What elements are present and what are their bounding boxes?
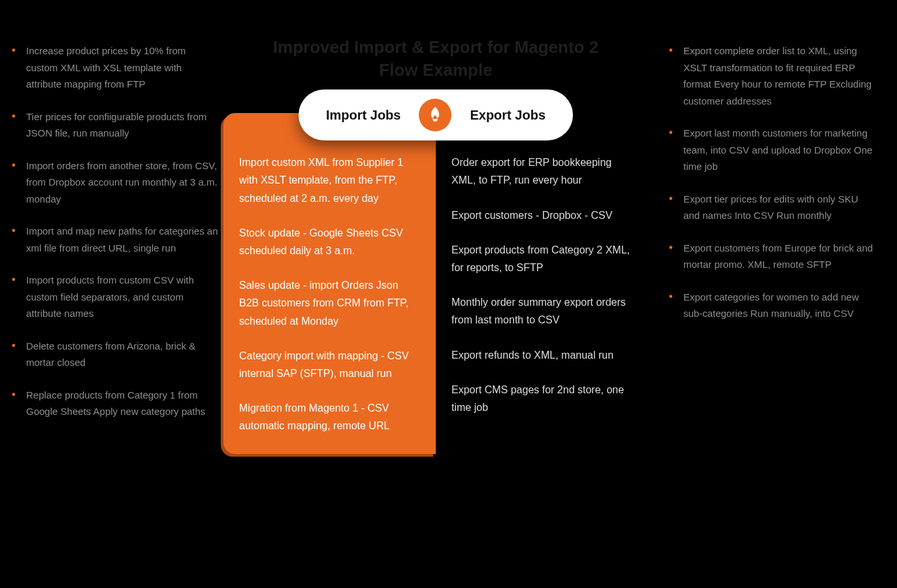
- firebear-icon: [419, 99, 451, 131]
- export-job-item: Export customers - Dropbox - CSV: [451, 206, 632, 224]
- use-case-item: Export complete order list to XML, using…: [668, 42, 877, 109]
- use-case-item: Import products from custom CSV with cus…: [10, 272, 220, 322]
- jobs-pill: Import Jobs Export Jobs: [299, 90, 573, 140]
- right-use-cases: Export complete order list to XML, using…: [648, 36, 881, 568]
- use-case-item: Delete customers from Arizona, brick & m…: [10, 338, 220, 371]
- use-case-item: Export categories for women to add new s…: [668, 289, 877, 322]
- title-line-1: Improved Import & Export for Magento 2: [223, 36, 648, 59]
- use-case-item: Export tier prices for edits with only S…: [668, 191, 877, 224]
- title-line-2: Flow Example: [223, 59, 648, 82]
- use-case-item: Replace products from Category 1 from Go…: [10, 387, 220, 420]
- export-job-item: Order export for ERP bookkeeping XML, to…: [451, 154, 632, 189]
- export-jobs-column: Order export for ERP bookkeeping XML, to…: [436, 113, 648, 454]
- export-job-item: Export CMS pages for 2nd store, one time…: [451, 381, 632, 416]
- left-use-cases: Increase product prices by 10% from cust…: [7, 36, 223, 568]
- import-jobs-label: Import Jobs: [326, 108, 400, 123]
- use-case-item: Increase product prices by 10% from cust…: [10, 42, 220, 93]
- center-panel: Improved Import & Export for Magento 2 F…: [223, 36, 648, 568]
- use-case-item: Export customers from Europe for brick a…: [668, 240, 877, 273]
- use-case-item: Export last month customers for marketin…: [668, 125, 877, 175]
- import-job-item: Category import with mapping - CSV inter…: [239, 347, 420, 382]
- use-case-item: Import and map new paths for categories …: [10, 223, 220, 256]
- export-job-item: Export products from Category 2 XML, for…: [451, 241, 632, 276]
- import-job-item: Import custom XML from Supplier 1 with X…: [239, 154, 420, 207]
- use-case-item: Tier prices for confiigurable products f…: [10, 108, 220, 142]
- use-case-item: Import orders from another store, from C…: [10, 157, 220, 208]
- import-job-item: Stock update - Google Sheets CSV schedul…: [239, 224, 420, 259]
- export-job-item: Export refunds to XML, manual run: [451, 346, 632, 364]
- import-jobs-column: Import custom XML from Supplier 1 with X…: [223, 113, 436, 454]
- flow-title: Improved Import & Export for Magento 2 F…: [223, 36, 648, 88]
- import-job-item: Sales update - import Orders Json B2B cu…: [239, 276, 420, 330]
- export-jobs-label: Export Jobs: [470, 108, 546, 123]
- jobs-panel: Import Jobs Export Jobs Import custom XM…: [223, 113, 648, 454]
- import-job-item: Migration from Magento 1 - CSV automatic…: [239, 399, 420, 434]
- export-job-item: Monthly order summary export orders from…: [451, 293, 632, 329]
- layout-wrap: Increase product prices by 10% from cust…: [0, 0, 897, 588]
